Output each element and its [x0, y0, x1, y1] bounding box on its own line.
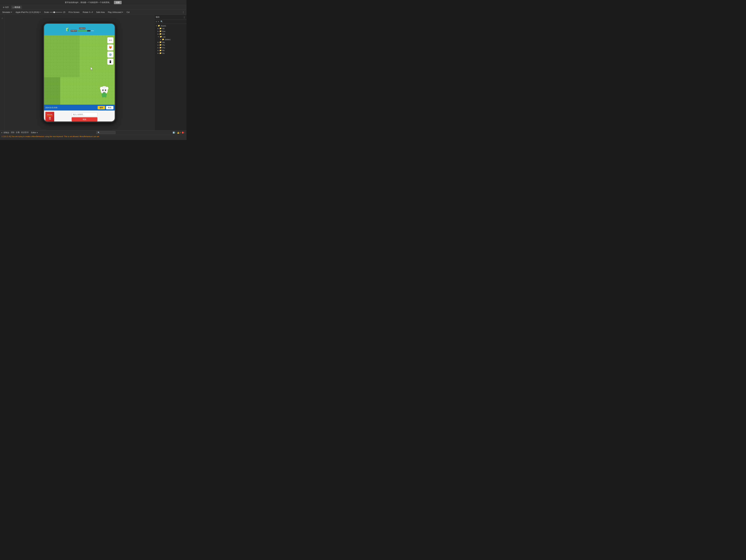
add-button[interactable]: + — [156, 20, 157, 23]
play-unfocused-dropdown[interactable]: Play Unfocused ▼ — [107, 11, 124, 14]
tree-item-re2[interactable]: ▶ 📁 Re — [154, 52, 186, 55]
game-btn-character[interactable]: 📱 — [107, 59, 113, 65]
ai-input-field[interactable] — [71, 112, 97, 116]
scale-slider[interactable] — [50, 12, 62, 12]
lay-sub-folder-icon: 📁 — [162, 38, 164, 40]
footer-right: 续画 — [56, 112, 113, 121]
game-btn-rank[interactable]: 🦊 — [107, 45, 113, 51]
collapse-button[interactable]: 折叠 — [16, 131, 20, 134]
lay-sub-label: (folder) — [165, 38, 171, 40]
warn-count: 9 — [180, 131, 181, 134]
game-btn-settings[interactable]: ⚙️ — [107, 52, 113, 58]
add-dropdown-icon[interactable]: ▼ — [157, 21, 159, 23]
tree-item-plu[interactable]: ▶ 📁 Plu — [154, 43, 186, 46]
edi-label: Edi — [162, 33, 165, 35]
svg-point-1 — [102, 90, 104, 91]
character-button[interactable]: 角色 — [106, 106, 113, 109]
re2-folder-icon: 📁 — [160, 52, 162, 54]
assets-arrow-icon: ▼ — [156, 25, 157, 27]
svg-point-5 — [102, 86, 107, 89]
info-icon: ℹ️ — [173, 131, 175, 134]
device-arrow-icon: ▼ — [39, 11, 41, 13]
hp-label-2: HP/最大00 — [71, 30, 77, 32]
re2-arrow-icon: ▶ — [157, 52, 159, 54]
comic-cover: MAGAZINE COMICS 漫画剪辑 — [45, 112, 54, 122]
tree-item-lay-sub[interactable]: ▶ 📁 (folder) — [154, 38, 186, 41]
clear-button[interactable]: 清除 — [11, 131, 15, 134]
right-panel-header: 项目 ⋮ — [154, 15, 186, 20]
tree-item-ma[interactable]: ▶ 📁 Ma — [154, 41, 186, 43]
lay-sub-arrow-icon: ▶ — [160, 39, 161, 40]
right-panel: 项目 ⋮ + ▼ 🔍 ▼ 📁 Assets ▶ 📁 Ad ▶ 📁 Eas — [154, 15, 186, 130]
tree-item-re1[interactable]: ▶ 📁 Re — [154, 49, 186, 52]
search-icon[interactable]: 🔍 — [161, 21, 163, 23]
action-buttons: 创作 角色 — [97, 106, 113, 109]
settings-icon: ⚙️ — [109, 53, 112, 56]
create-comic-button[interactable]: 创作 — [97, 106, 105, 109]
safe-area-button[interactable]: Safe Area — [95, 11, 106, 14]
plu-folder-icon: 📁 — [160, 44, 162, 46]
plu-label: Plu — [162, 44, 165, 46]
editor-dropdown[interactable]: Editor ▼ — [30, 131, 39, 134]
ipad-frame: 🧃 HP/最大00 HP/最大00 80% — [43, 23, 116, 122]
hp-pct-text: 80% — [91, 30, 94, 31]
fit-to-screen-button[interactable]: Fit to Screen — [67, 11, 81, 14]
warn-prefix-icon: ⚠ — [1, 136, 3, 138]
device-dropdown[interactable]: Apple iPad Pro 12.9 (2018) ▼ — [15, 11, 42, 14]
ma-folder-icon: 📁 — [160, 41, 162, 43]
hp-label-1: HP/最大00 — [79, 27, 85, 29]
rotate-button[interactable]: Rotate ↻ ↺ — [82, 11, 94, 14]
notification-text: 要开始动画right，请创建一个动画器和一个动画剪辑。 — [65, 1, 111, 4]
tab-simulator[interactable]: □ 模拟器 — [11, 6, 22, 9]
fit-label: Fit to Screen — [68, 11, 80, 13]
tree-item-pro[interactable]: ▶ 📁 Pro — [154, 46, 186, 49]
simulator-dropdown[interactable]: Simulator ▼ — [1, 11, 13, 14]
right-panel-toolbar: + ▼ 🔍 — [154, 20, 186, 24]
game-footer: MAGAZINE COMICS 漫画剪辑 续画 — [44, 111, 115, 121]
status-badges: ℹ️ 0 ⚠️ 9 🔴 1 — [173, 131, 185, 134]
main-area: 后 🧃 HP/最大00 HP/最大00 — [0, 15, 186, 130]
tree-item-eas[interactable]: ▶ 📁 Eas — [154, 30, 186, 33]
more-icon: ⋮ — [182, 11, 184, 13]
simulator-label: Simulator — [2, 11, 10, 13]
error-icon: 🔴 — [182, 131, 184, 134]
create-button[interactable]: 创建 — [114, 1, 122, 4]
simulator-arrow-icon: ▼ — [11, 11, 12, 13]
tree-item-edi[interactable]: ▶ 📁 Edi — [154, 33, 186, 35]
date-text: 2024-01-01-8:00 — [45, 107, 57, 109]
console-actions: 清除 折叠 错误暂停 Editor ▼ — [11, 131, 39, 134]
character-svg — [99, 86, 109, 97]
eas-arrow-icon: ▶ — [157, 30, 159, 32]
lay-label: Lay — [163, 36, 166, 38]
hp-bar-fill — [78, 30, 87, 31]
assets-folder-icon: 📁 — [158, 25, 160, 27]
console-search-input[interactable] — [96, 131, 116, 134]
warn-icon: ⚠️ — [177, 131, 179, 134]
tree-item-lay[interactable]: ▼ 📁 Lay — [154, 35, 186, 38]
submit-draw-button[interactable]: 续画 — [71, 117, 97, 121]
pause-on-error-button[interactable]: 错误暂停 — [21, 131, 29, 134]
game-main-area[interactable]: 本书 🦊 ⚙️ 📱 — [44, 35, 115, 105]
tree-item-ad[interactable]: ▶ 📁 Ad — [154, 27, 186, 30]
game-btn-book[interactable]: 本书 — [107, 37, 113, 43]
health-bars: HP/最大00 HP/最大00 80% — [71, 27, 94, 32]
scale-control: Scale 15 — [43, 11, 66, 14]
game-right-buttons: 本书 🦊 ⚙️ 📱 — [107, 37, 113, 65]
ad-folder-icon: 📁 — [160, 27, 162, 30]
info-badge: ℹ️ 0 — [173, 131, 176, 134]
console-bar: ≡ 控制台 清除 折叠 错误暂停 Editor ▼ ℹ️ 0 ⚠️ 9 🔴 — [0, 130, 186, 140]
tree-view: ▼ 📁 Assets ▶ 📁 Ad ▶ 📁 Eas ▶ 📁 Edi ▼ — [154, 24, 186, 130]
tab-scene[interactable]: ⊞ 场景 — [1, 6, 10, 9]
col-button[interactable]: Col — [126, 11, 131, 14]
tree-item-assets[interactable]: ▼ 📁 Assets — [154, 24, 186, 27]
assets-label: Assets — [161, 25, 166, 27]
scene-icon: ⊞ — [3, 6, 4, 8]
more-options-button[interactable]: ⋮ — [181, 11, 185, 14]
ma-label: Ma — [162, 41, 165, 43]
game-top-bar: 🧃 HP/最大00 HP/最大00 80% — [44, 24, 115, 35]
re1-arrow-icon: ▶ — [157, 50, 159, 51]
project-title: 项目 — [156, 16, 160, 19]
pro-label: Pro — [162, 47, 165, 49]
list-icon: ≡ — [1, 131, 2, 134]
eas-label: Eas — [162, 30, 165, 32]
